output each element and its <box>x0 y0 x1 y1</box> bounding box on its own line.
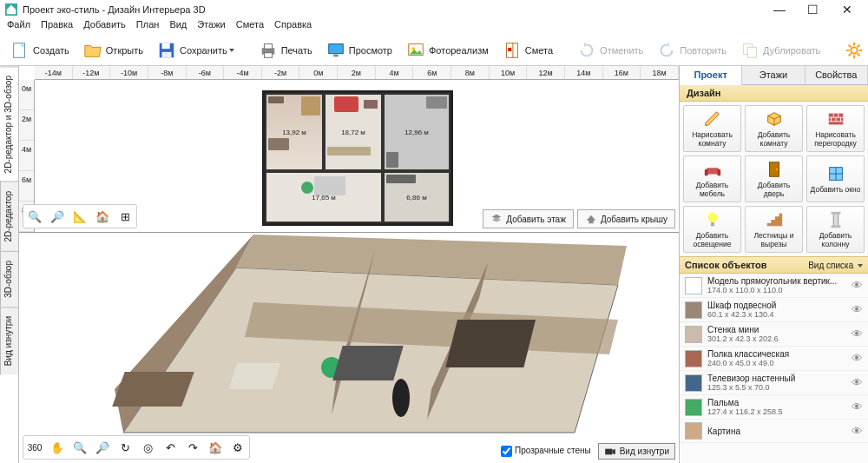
settings-button[interactable] <box>839 39 868 62</box>
svg-line-23 <box>858 44 860 47</box>
floor-plan[interactable]: 13,92 м 18,72 м 12,96 м 17,6 <box>262 90 453 226</box>
stairs-cutouts-button[interactable]: Лестницы и вырезы <box>745 206 803 253</box>
inside-view-label: Вид изнутри <box>620 446 669 456</box>
target-icon[interactable]: ◎ <box>138 438 157 457</box>
settings-icon[interactable]: ⚙ <box>228 438 247 457</box>
menu-floors[interactable]: Этажи <box>197 19 225 35</box>
close-button[interactable]: ✕ <box>832 3 863 17</box>
list-item[interactable]: Пальма127.4 x 116.2 x 258.5👁 <box>680 395 868 420</box>
object-thumb <box>685 326 702 343</box>
folder-open-icon <box>83 41 102 60</box>
orbit-right-icon[interactable]: ↷ <box>183 438 202 457</box>
sidetab-inside[interactable]: Вид изнутри <box>0 307 18 374</box>
add-room-button[interactable]: Добавить комнату <box>745 105 803 152</box>
menu-add[interactable]: Добавить <box>83 19 126 35</box>
add-window-button[interactable]: Добавить окно <box>806 155 865 202</box>
svg-rect-4 <box>162 51 172 56</box>
window-controls: — ☐ ✕ <box>764 3 863 17</box>
svg-rect-57 <box>833 214 838 227</box>
list-item[interactable]: Модель прямоугольник вертик...174.0 x 11… <box>680 274 868 298</box>
visibility-icon[interactable]: 👁 <box>852 352 863 365</box>
print-button[interactable]: Печать <box>253 39 318 62</box>
add-floor-button[interactable]: Добавить этаж <box>483 209 574 228</box>
preview-button[interactable]: Просмотр <box>321 39 398 62</box>
zoom-in-icon[interactable]: 🔎 <box>93 438 112 457</box>
menu-help[interactable]: Справка <box>274 19 312 35</box>
ruler-icon[interactable]: 📐 <box>70 207 89 226</box>
add-furniture-button[interactable]: Добавить мебель <box>683 155 741 202</box>
visibility-icon[interactable]: 👁 <box>852 303 863 316</box>
sofa-icon <box>703 160 722 179</box>
visibility-icon[interactable]: 👁 <box>852 376 863 389</box>
svg-rect-36 <box>445 320 536 367</box>
grid-icon[interactable]: ⊞ <box>115 207 135 226</box>
layers-icon <box>490 213 503 225</box>
visibility-icon[interactable]: 👁 <box>852 279 863 292</box>
create-button[interactable]: Создать <box>5 39 75 62</box>
list-item[interactable]: Картина👁 <box>680 420 868 443</box>
draw-room-button[interactable]: Нарисовать комнату <box>683 105 741 152</box>
pan-icon[interactable]: ✋ <box>48 438 67 457</box>
orbit-icon[interactable]: ↻ <box>115 438 135 457</box>
menu-file[interactable]: Файл <box>7 19 30 35</box>
menu-plan[interactable]: План <box>136 19 160 35</box>
undo-button[interactable]: Отменить <box>572 39 648 62</box>
orbit-left-icon[interactable]: ↶ <box>161 438 180 457</box>
zoom-in-icon[interactable]: 🔎 <box>48 207 67 226</box>
object-thumb <box>685 399 702 416</box>
rotate360-icon[interactable]: 360 <box>25 438 44 457</box>
room[interactable]: 17,65 м <box>265 171 383 223</box>
add-roof-button[interactable]: Добавить крышу <box>577 209 675 228</box>
visibility-icon[interactable]: 👁 <box>852 425 863 438</box>
minimize-button[interactable]: — <box>764 3 795 17</box>
open-button[interactable]: Открыть <box>78 39 148 62</box>
object-thumb <box>685 301 702 319</box>
room[interactable]: 18,72 м <box>324 93 383 171</box>
estimate-button[interactable]: Смета <box>497 39 558 62</box>
object-name: Полка классическая <box>707 349 848 359</box>
svg-rect-3 <box>162 43 170 48</box>
menu-view[interactable]: Вид <box>169 19 187 35</box>
add-door-button[interactable]: Добавить дверь <box>745 155 803 202</box>
tool-label: Добавить окно <box>811 185 861 194</box>
sidetab-2d[interactable]: 2D-редактор <box>0 182 18 251</box>
add-floor-label: Добавить этаж <box>506 215 566 224</box>
tab-properties[interactable]: Свойства <box>806 66 868 84</box>
visibility-icon[interactable]: 👁 <box>852 400 863 413</box>
add-column-button[interactable]: Добавить колонну <box>806 206 865 253</box>
3d-viewport[interactable]: 360 ✋ 🔍 🔎 ↻ ◎ ↶ ↷ 🏠 ⚙ Прозрачные стены В… <box>19 233 679 463</box>
maximize-button[interactable]: ☐ <box>798 3 829 17</box>
zoom-out-icon[interactable]: 🔍 <box>70 438 89 457</box>
duplicate-button[interactable]: Дублировать <box>735 39 825 62</box>
list-item[interactable]: Полка классическая240.0 x 45.0 x 49.0👁 <box>680 347 868 371</box>
tab-floors[interactable]: Этажи <box>742 66 805 84</box>
list-item[interactable]: Телевизор настенный125.3 x 5.5 x 70.0👁 <box>680 371 868 395</box>
home-icon[interactable]: 🏠 <box>93 207 112 226</box>
menu-edit[interactable]: Правка <box>41 19 73 35</box>
svg-rect-48 <box>704 169 707 175</box>
tab-project[interactable]: Проект <box>680 66 742 85</box>
print-label: Печать <box>281 45 312 56</box>
redo-button[interactable]: Повторить <box>652 39 732 62</box>
ruler-mark: 4м <box>376 66 414 79</box>
transparent-walls-checkbox[interactable]: Прозрачные стены <box>501 446 591 457</box>
sidetab-3d[interactable]: 3D-обзор <box>0 251 18 307</box>
menu-estimate[interactable]: Смета <box>236 19 264 35</box>
room[interactable]: 12,96 м <box>383 93 450 171</box>
room[interactable]: 6,86 м <box>383 171 450 223</box>
home-icon[interactable]: 🏠 <box>206 438 225 457</box>
list-item[interactable]: Стенка мини301.2 x 42.3 x 202.6👁 <box>680 322 868 347</box>
list-view-mode[interactable]: Вид списка <box>808 261 863 270</box>
inside-view-button[interactable]: Вид изнутри <box>598 443 675 460</box>
list-item[interactable]: Шкаф подвесной60.1 x 42.3 x 130.4👁 <box>680 298 868 322</box>
svg-point-55 <box>707 213 717 222</box>
zoom-out-icon[interactable]: 🔍 <box>25 207 44 226</box>
room[interactable]: 13,92 м <box>265 93 324 171</box>
add-lighting-button[interactable]: Добавить освещение <box>683 206 741 253</box>
2d-viewport[interactable]: -14м-12м-10м-8м-6м-4м-2м0м2м4м6м8м10м12м… <box>19 66 679 233</box>
visibility-icon[interactable]: 👁 <box>852 327 863 341</box>
photoreal-button[interactable]: Фотореализм <box>401 39 494 62</box>
sidetab-2d-3d[interactable]: 2D-редактор и 3D-обзор <box>0 66 18 182</box>
draw-partition-button[interactable]: Нарисовать перегородку <box>806 105 865 152</box>
save-button[interactable]: Сохранить <box>152 39 240 62</box>
